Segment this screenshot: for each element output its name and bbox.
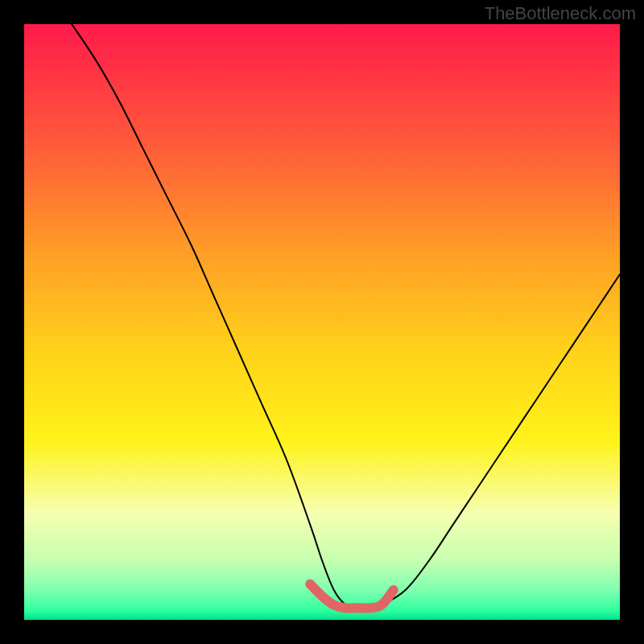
flat-bottom-segment	[310, 584, 394, 609]
plot-area	[24, 24, 620, 620]
watermark-text: TheBottleneck.com	[485, 3, 636, 24]
curve-layer	[24, 24, 620, 620]
main-curve	[72, 24, 620, 609]
chart-frame: TheBottleneck.com	[0, 0, 644, 644]
